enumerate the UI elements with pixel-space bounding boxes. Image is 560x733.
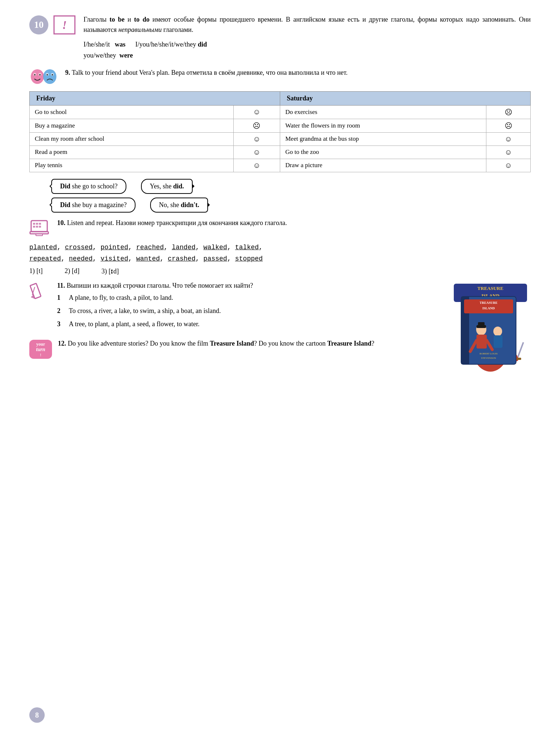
exercise-12-row: your turn ! 12. Do you like adventure st… <box>29 340 531 359</box>
saturday-task-3: Meet grandma at the bus stop <box>280 132 486 146</box>
plan-table: Friday Saturday Go to school ☺ Do exerci… <box>29 91 531 172</box>
friday-task-4: Read a poem <box>30 146 234 159</box>
saturday-task-4: Go to the zoo <box>280 146 486 159</box>
svg-point-4 <box>39 74 41 75</box>
exercise-9-text: 9. Talk to your friend about Vera's plan… <box>65 68 531 78</box>
saturday-status-4: ☺ <box>486 146 531 159</box>
svg-point-9 <box>52 74 53 75</box>
friday-status-2: ☹ <box>233 119 280 132</box>
exercise-9-row: 9. Talk to your friend about Vera's plan… <box>29 68 531 86</box>
svg-rect-12 <box>36 234 42 236</box>
masks-icon <box>29 68 59 86</box>
table-row: Go to school ☺ Do exercises ☹ <box>30 105 531 119</box>
section-number-badge: 10 <box>29 15 48 34</box>
friday-task-5: Play tennis <box>30 159 234 172</box>
transcription-row: 1) [t] 2) [d] 3) [ɪd] <box>29 267 531 275</box>
friday-task-3: Clean my room after school <box>30 132 234 146</box>
exercise-11-row: 11. Выпиши из каждой строчки глаголы. Чт… <box>29 282 531 332</box>
svg-point-3 <box>34 74 36 75</box>
friday-status-3: ☺ <box>233 132 280 146</box>
table-row: Play tennis ☺ Draw a picture ☺ <box>30 159 531 172</box>
saturday-status-5: ☺ <box>486 159 531 172</box>
rule-forms: I/he/she/it was I/you/he/she/it/we/they … <box>84 39 531 61</box>
page-number: 8 <box>29 707 45 723</box>
saturday-status-3: ☺ <box>486 132 531 146</box>
bubble-row-1: Did she go to school? Yes, she did. <box>51 179 531 194</box>
friday-status-4: ☺ <box>233 146 280 159</box>
svg-point-56 <box>493 327 502 336</box>
book-cover-illustration: TREASURE ISLAND ROBERT LOUIS STEVENSON <box>457 293 531 366</box>
answer-bubble-1: Yes, she did. <box>141 179 193 194</box>
table-row: Read a poem ☺ Go to the zoo ☺ <box>30 146 531 159</box>
saturday-task-1: Do exercises <box>280 105 486 119</box>
svg-rect-18 <box>39 226 41 228</box>
section-10-header: 10 ! Глаголы to be и to do имеют особые … <box>29 15 531 61</box>
exercise-10-text: 10. Listen and repeat. Назови номер тран… <box>57 219 287 227</box>
svg-rect-13 <box>33 223 35 225</box>
friday-status-1: ☺ <box>233 105 280 119</box>
svg-point-5 <box>43 69 56 84</box>
exclamation-icon: ! <box>53 15 75 34</box>
friday-status-5: ☺ <box>233 159 280 172</box>
svg-rect-15 <box>39 223 41 225</box>
svg-text:TREASURE: TREASURE <box>479 301 497 305</box>
svg-text:STEVENSON: STEVENSON <box>481 357 496 360</box>
your-turn-badge: your turn ! <box>29 340 52 359</box>
friday-task-1: Go to school <box>30 105 234 119</box>
saturday-status-2: ☹ <box>486 119 531 132</box>
svg-text:ROBERT LOUIS: ROBERT LOUIS <box>479 352 498 355</box>
computer-icon <box>29 219 51 238</box>
bubble-row-2: Did she buy a magazine? No, she didn't. <box>51 198 531 213</box>
saturday-header: Saturday <box>280 91 530 105</box>
saturday-task-2: Water the flowers in my room <box>280 119 486 132</box>
pencil-icon <box>29 282 51 301</box>
exercise-9-number: 9. <box>65 69 72 76</box>
svg-rect-14 <box>36 223 38 225</box>
svg-rect-51 <box>476 335 487 349</box>
svg-rect-16 <box>33 226 35 228</box>
svg-rect-55 <box>478 322 485 326</box>
question-bubble-2: Did she buy a magazine? <box>51 198 136 213</box>
svg-point-0 <box>31 69 44 84</box>
svg-text:ISLAND: ISLAND <box>482 306 495 310</box>
svg-rect-17 <box>36 226 38 228</box>
table-row: Buy a magazine ☹ Water the flowers in my… <box>30 119 531 132</box>
svg-rect-57 <box>494 335 502 348</box>
friday-task-2: Buy a magazine <box>30 119 234 132</box>
table-row: Clean my room after school ☺ Meet grandm… <box>30 132 531 146</box>
saturday-task-5: Draw a picture <box>280 159 486 172</box>
rule-text: Глаголы to be и to do имеют особые формы… <box>84 15 531 61</box>
word-list: planted, crossed, pointed, reached, land… <box>29 242 531 264</box>
answer-bubble-2: No, she didn't. <box>150 198 208 213</box>
svg-text:TREASURE: TREASURE <box>478 286 504 291</box>
friday-header: Friday <box>30 91 280 105</box>
svg-point-8 <box>47 74 48 75</box>
question-bubble-1: Did she go to school? <box>51 179 126 194</box>
speech-bubbles-section: Did she go to school? Yes, she did. Did … <box>51 179 531 213</box>
exercise-10-row: 10. Listen and repeat. Назови номер тран… <box>29 219 531 238</box>
saturday-status-1: ☹ <box>486 105 531 119</box>
theater-masks-svg <box>29 68 59 86</box>
